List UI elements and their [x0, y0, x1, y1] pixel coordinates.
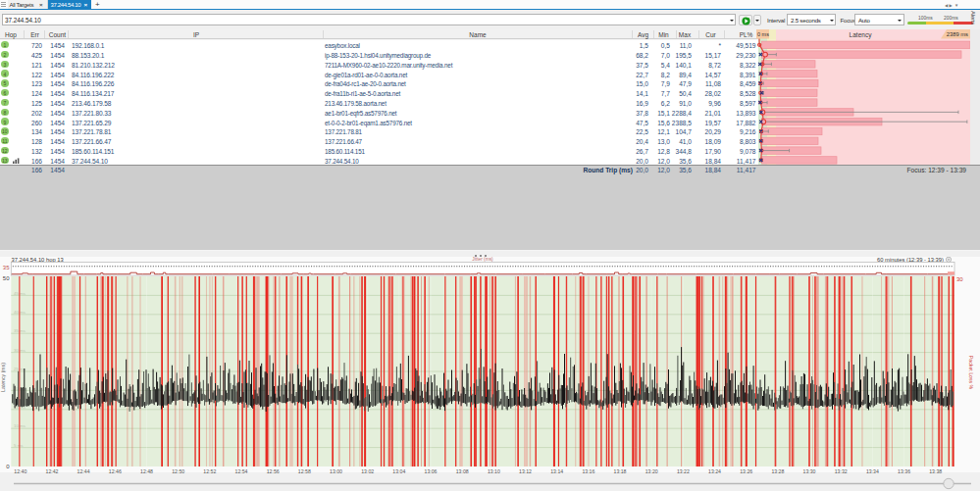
svg-text:12:56: 12:56 — [267, 468, 280, 474]
svg-text:13:30: 13:30 — [803, 468, 816, 474]
svg-text:5 ms: 5 ms — [14, 443, 24, 448]
svg-text:Jitter (ms): Jitter (ms) — [472, 257, 493, 262]
svg-text:12:40: 12:40 — [14, 468, 26, 474]
svg-text:13:02: 13:02 — [361, 468, 374, 474]
svg-text:2389 ms: 2389 ms — [947, 31, 968, 37]
svg-text:12:48: 12:48 — [140, 468, 153, 474]
svg-text:12:52: 12:52 — [203, 468, 216, 474]
svg-text:13:12: 13:12 — [519, 468, 532, 474]
svg-text:12:58: 12:58 — [298, 468, 311, 474]
svg-text:13:28: 13:28 — [771, 468, 784, 474]
svg-text:12:54: 12:54 — [235, 468, 248, 474]
svg-text:13:34: 13:34 — [866, 468, 879, 474]
svg-text:35: 35 — [3, 265, 10, 270]
svg-text:13:04: 13:04 — [392, 468, 405, 474]
svg-text:13:32: 13:32 — [835, 468, 848, 474]
svg-text:13:18: 13:18 — [614, 468, 627, 474]
svg-text:13:16: 13:16 — [582, 468, 594, 474]
svg-text:37.244.54.10 hop 13: 37.244.54.10 hop 13 — [12, 257, 64, 263]
svg-text:13:26: 13:26 — [740, 468, 752, 474]
svg-text:13:08: 13:08 — [456, 468, 469, 474]
svg-text:30: 30 — [956, 276, 963, 282]
svg-text:13:20: 13:20 — [645, 468, 658, 474]
svg-text:13:36: 13:36 — [898, 468, 910, 474]
svg-text:12:50: 12:50 — [172, 468, 184, 474]
svg-text:13:38: 13:38 — [929, 468, 942, 474]
svg-text:12:46: 12:46 — [109, 468, 122, 474]
svg-text:13:00: 13:00 — [330, 468, 342, 474]
svg-text:12:42: 12:42 — [46, 468, 59, 474]
svg-text:13:14: 13:14 — [550, 468, 563, 474]
svg-text:Latency: Latency — [850, 31, 873, 39]
svg-text:13:06: 13:06 — [425, 468, 438, 474]
svg-text:0 ms: 0 ms — [757, 31, 769, 37]
svg-text:Packet Loss %: Packet Loss % — [968, 356, 974, 390]
svg-text:13:22: 13:22 — [677, 468, 690, 474]
svg-text:12:44: 12:44 — [77, 468, 90, 474]
svg-text:50: 50 — [3, 275, 10, 281]
svg-text:13:24: 13:24 — [708, 468, 721, 474]
svg-text:Latency (ms): Latency (ms) — [0, 363, 6, 392]
svg-text:60 minutes (12:39 - 13:39): 60 minutes (12:39 - 13:39) — [877, 257, 944, 263]
svg-text:13:10: 13:10 — [488, 468, 500, 474]
